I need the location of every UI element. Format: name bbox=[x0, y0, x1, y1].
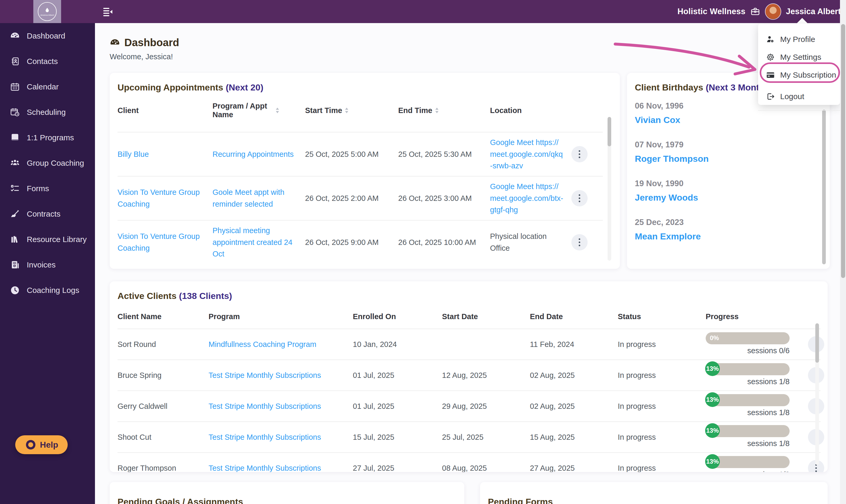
start-time: 25 Oct, 2025 5:00 AM bbox=[305, 148, 398, 160]
birthday-entry: 19 Nov, 1990 Jeremy Woods bbox=[635, 179, 698, 203]
contacts-icon bbox=[10, 56, 20, 66]
user-name[interactable]: Jessica Albert bbox=[786, 7, 841, 16]
gear-icon bbox=[766, 53, 775, 61]
start-time: 26 Oct, 2025 9:00 AM bbox=[305, 236, 398, 248]
sidebar-item-label: Contacts bbox=[27, 57, 58, 66]
col-program[interactable]: Program / Appt Name bbox=[212, 102, 305, 119]
col-progress: Progress bbox=[706, 312, 808, 321]
active-clients-card: Active Clients (138 Clients) Client Name… bbox=[110, 281, 828, 472]
birthday-client-link[interactable]: Vivian Cox bbox=[635, 115, 684, 125]
end-time: 26 Oct, 2025 3:00 AM bbox=[398, 193, 490, 204]
sidebar-collapse-button[interactable] bbox=[102, 6, 114, 18]
menu-item-my-settings[interactable]: My Settings bbox=[758, 49, 840, 66]
sidebar-item-resource-library[interactable]: Resource Library bbox=[0, 230, 95, 249]
sidebar-item-invoices[interactable]: Invoices bbox=[0, 256, 95, 274]
row-actions-button[interactable] bbox=[571, 146, 587, 162]
program-link[interactable]: Recurring Appointments bbox=[212, 148, 305, 160]
col-program: Program bbox=[209, 312, 353, 321]
progress-cell: 13% sessions 1/8 bbox=[706, 425, 808, 450]
program-link[interactable]: Mindfullness Coaching Program bbox=[209, 340, 353, 349]
end-date: 27 Aug, 2025 bbox=[530, 464, 618, 472]
birthday-client-link[interactable]: Roger Thompson bbox=[635, 154, 708, 164]
sidebar-item-contracts[interactable]: Contracts bbox=[0, 205, 95, 223]
help-button[interactable]: Help bbox=[15, 435, 68, 454]
pending-goals-card: Pending Goals / Assignments bbox=[110, 482, 464, 504]
clock-icon bbox=[10, 285, 20, 295]
end-date: 02 Aug, 2025 bbox=[530, 371, 618, 380]
client-link[interactable]: Billy Blue bbox=[118, 148, 212, 160]
active-clients-table-header: Client Name Program Enrolled On Start Da… bbox=[118, 312, 815, 321]
main-content: Dashboard Welcome, Jessica! Upcoming App… bbox=[95, 23, 846, 504]
sort-icon[interactable] bbox=[345, 107, 349, 114]
birthday-client-link[interactable]: Jeremy Woods bbox=[635, 193, 698, 203]
window-scrollbar-thumb[interactable] bbox=[841, 24, 845, 278]
calendar-icon bbox=[10, 82, 20, 92]
birthday-client-link[interactable]: Mean Exmplore bbox=[635, 231, 701, 241]
progress-cell: 13% sessions 1/8 bbox=[706, 394, 808, 419]
logo-text: Jessica Albert bbox=[40, 14, 54, 16]
birthday-entry: 06 Nov, 1996 Vivian Cox bbox=[635, 101, 684, 125]
menu-item-label: Logout bbox=[780, 92, 804, 101]
program-link[interactable]: Test Stripe Monthly Subscriptions bbox=[209, 402, 353, 411]
location-link[interactable]: Google Meet https://meet.google.com/btx-… bbox=[490, 181, 571, 216]
status: In progress bbox=[618, 464, 706, 472]
enrolled-on: 01 Jul, 2025 bbox=[353, 371, 442, 380]
user-avatar[interactable] bbox=[765, 3, 781, 20]
menu-divider bbox=[758, 110, 840, 111]
sidebar-item-coaching-logs[interactable]: Coaching Logs bbox=[0, 281, 95, 300]
lifebuoy-icon bbox=[25, 439, 37, 451]
col-start-time[interactable]: Start Time bbox=[305, 106, 398, 115]
sort-icon[interactable] bbox=[435, 107, 439, 114]
window-scrollbar-track[interactable] bbox=[840, 0, 846, 504]
sidebar-item-forms[interactable]: Forms bbox=[0, 179, 95, 198]
client-row: Roger Thompson Test Stripe Monthly Subsc… bbox=[118, 452, 821, 472]
row-actions-button[interactable] bbox=[571, 234, 587, 250]
briefcase-icon[interactable] bbox=[750, 6, 760, 17]
col-enrolled-on: Enrolled On bbox=[353, 312, 442, 321]
birthdays-scrollbar-thumb[interactable] bbox=[822, 110, 826, 264]
row-actions-button[interactable] bbox=[571, 190, 587, 206]
status: In progress bbox=[618, 371, 706, 380]
program-link[interactable]: Test Stripe Monthly Subscriptions bbox=[209, 464, 353, 472]
birthday-date: 25 Dec, 2023 bbox=[635, 218, 701, 227]
enrolled-on: 10 Jan, 2024 bbox=[353, 340, 442, 349]
card-title: Active Clients (138 Clients) bbox=[118, 291, 232, 301]
location-link[interactable]: Google Meet https://meet.google.com/qkq-… bbox=[490, 137, 571, 172]
sessions-label: sessions 1/8 bbox=[706, 408, 790, 417]
status: In progress bbox=[618, 402, 706, 411]
invoice-icon bbox=[10, 260, 20, 270]
sidebar-item-calendar[interactable]: Calendar bbox=[0, 78, 95, 96]
progress-cell: 0% sessions 0/6 bbox=[706, 332, 808, 357]
dashboard-icon bbox=[110, 37, 120, 48]
menu-item-my-profile[interactable]: My Profile bbox=[758, 31, 840, 48]
app-logo[interactable]: Jessica Albert bbox=[33, 0, 61, 23]
sidebar-item-programs[interactable]: 1:1 Programs bbox=[0, 128, 95, 147]
end-date: 11 Feb, 2024 bbox=[530, 340, 618, 349]
pending-goals-title: Pending Goals / Assignments bbox=[118, 497, 243, 504]
appointment-row: Vision To Venture Group Coaching Physica… bbox=[118, 220, 603, 264]
sidebar-item-contacts[interactable]: Contacts bbox=[0, 52, 95, 71]
client-row: Bruce Spring Test Stripe Monthly Subscri… bbox=[118, 360, 821, 391]
program-link[interactable]: Goole Meet appt with reminder selected bbox=[212, 186, 305, 210]
sidebar-item-label: Scheduling bbox=[27, 108, 66, 117]
menu-collapse-icon bbox=[102, 6, 114, 18]
sessions-label: sessions 1/8 bbox=[706, 470, 790, 472]
program-link[interactable]: Test Stripe Monthly Subscriptions bbox=[209, 371, 353, 380]
program-link[interactable]: Physical meeting appointment created 24 … bbox=[212, 225, 305, 260]
client-link[interactable]: Vision To Venture Group Coaching bbox=[118, 231, 212, 254]
sidebar-item-group-coaching[interactable]: Group Coaching bbox=[0, 154, 95, 172]
program-link[interactable]: Test Stripe Monthly Subscriptions bbox=[209, 433, 353, 442]
sidebar-item-scheduling[interactable]: Scheduling bbox=[0, 103, 95, 121]
menu-item-logout[interactable]: Logout bbox=[758, 88, 840, 105]
sort-icon[interactable] bbox=[276, 107, 279, 114]
client-row: Sort Round Mindfullness Coaching Program… bbox=[118, 328, 821, 360]
client-link[interactable]: Vision To Venture Group Coaching bbox=[118, 186, 212, 210]
appointments-scrollbar-thumb[interactable] bbox=[607, 117, 611, 146]
sidebar-item-dashboard[interactable]: Dashboard bbox=[0, 27, 95, 45]
checklist-icon bbox=[10, 183, 20, 194]
menu-item-my-subscription[interactable]: My Subscription bbox=[758, 67, 840, 84]
col-end-time[interactable]: End Time bbox=[398, 106, 490, 115]
appointment-row: Billy Blue Recurring Appointments 25 Oct… bbox=[118, 132, 603, 176]
card-title: Client Birthdays (Next 3 Months) bbox=[635, 82, 773, 93]
clients-scrollbar-thumb[interactable] bbox=[815, 323, 819, 363]
